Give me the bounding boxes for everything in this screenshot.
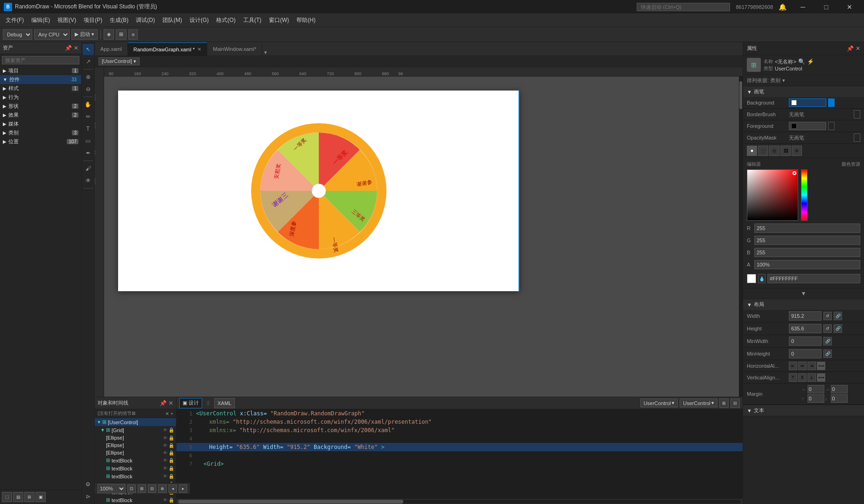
maximize-button[interactable]: □ (815, 0, 837, 14)
tool-paint[interactable]: 🖌 (83, 163, 94, 174)
minwidth-input[interactable] (789, 336, 822, 346)
menu-debug[interactable]: 调试(D) (132, 14, 159, 26)
canvas-scroll[interactable]: 一等奖 谢谢参 三等奖 一等奖 深度参 谢谢三 安慰奖 一等奖 (104, 77, 743, 397)
tab-randomdraw[interactable]: RandomDrawGraph.xaml * ✕ (128, 42, 207, 56)
obj-item-ellipse1[interactable]: [Ellipse] 👁 🔒 (95, 434, 176, 441)
valign-bottom-btn[interactable]: ⇣ (808, 373, 816, 382)
tool-text[interactable]: T (83, 123, 94, 134)
zoom-fit-btn[interactable]: ⊡ (127, 484, 136, 493)
asset-item-styles[interactable]: ▶ 样式 1 (0, 84, 81, 93)
zoom-grid-btn[interactable]: ⊞ (138, 484, 146, 493)
obj-lock-icon[interactable]: 🔒 (169, 427, 174, 433)
toolbox-btn-2[interactable]: ▤ (13, 492, 23, 502)
prop-flash-icon[interactable]: ⚡ (807, 58, 814, 65)
tool-zoom-out[interactable]: ⊖ (83, 84, 94, 95)
brush-linear-btn[interactable]: ⬚ (758, 146, 768, 156)
prop-close-icon[interactable]: ✕ (856, 45, 860, 52)
minwidth-link-btn[interactable]: 🔗 (823, 337, 832, 345)
minheight-input[interactable] (789, 349, 822, 358)
tool-select[interactable]: ↖ (83, 44, 94, 55)
height-input[interactable] (789, 324, 822, 333)
v-scrollbar-thumb[interactable] (739, 81, 742, 109)
close-button[interactable]: ✕ (839, 0, 860, 14)
start-button[interactable]: ▶ 启动 ▾ (71, 29, 98, 40)
obj-lock-icon-4[interactable]: 🔒 (169, 450, 174, 455)
debug-config-select[interactable]: Debug (3, 29, 32, 40)
minheight-link-btn[interactable]: 🔗 (823, 350, 832, 358)
borderbush-picker-btn[interactable] (854, 110, 860, 119)
obj-item-textblock3[interactable]: ⊞ textBlock 👁 🔒 (95, 472, 176, 480)
menu-build[interactable]: 生成(B) (106, 14, 132, 26)
obj-item-ellipse3[interactable]: [Ellipse] 👁 🔒 (95, 449, 176, 456)
opacitymask-picker-btn[interactable] (854, 133, 860, 142)
toolbox-btn-1[interactable]: ⬚ (2, 492, 12, 502)
background-color-input[interactable] (789, 98, 826, 107)
halign-left-btn[interactable]: ⇤ (789, 362, 797, 370)
timeline-pin-icon[interactable]: 📌 (160, 400, 167, 406)
toolbox-btn-4[interactable]: ▣ (35, 492, 46, 502)
asset-item-behavior[interactable]: ▶ 行为 (0, 93, 81, 102)
asset-item-media[interactable]: ▶ 媒体 (0, 119, 81, 128)
brush-solid-btn[interactable]: ■ (747, 146, 757, 156)
brush-none-btn[interactable]: ⊘ (792, 146, 802, 156)
search-input[interactable] (2, 56, 79, 64)
xaml-scrollbar[interactable] (176, 498, 743, 504)
brush-image-btn[interactable]: 🖼 (780, 146, 791, 156)
tool-eye[interactable]: 👁 (83, 175, 94, 186)
asset-item-project[interactable]: ▶ 项目 1 (0, 66, 81, 75)
zoom-snap-btn[interactable]: ⊟ (148, 484, 156, 493)
xaml-scroll-thumb[interactable] (178, 500, 403, 504)
width-input[interactable] (789, 311, 822, 321)
tool-direct-select[interactable]: ↗ (83, 56, 94, 67)
assets-pin-icon[interactable]: 📌 (65, 45, 72, 51)
wheel-chart[interactable]: 一等奖 谢谢参 三等奖 一等奖 深度参 谢谢三 安慰奖 一等奖 (249, 121, 389, 261)
valign-stretch-btn[interactable]: ⟺ (817, 373, 825, 382)
zoom-select[interactable]: 100% (98, 484, 126, 493)
fg-color-input[interactable] (789, 122, 826, 130)
halign-stretch-btn[interactable]: ⟺ (817, 362, 825, 370)
obj-eye-icon-3[interactable]: 👁 (163, 443, 168, 448)
obj-lock-icon-3[interactable]: 🔒 (169, 443, 174, 448)
halign-center-btn[interactable]: ⇔ (798, 362, 807, 370)
margin-top-input[interactable] (808, 394, 824, 403)
tab-app-xaml[interactable]: App.xaml (95, 42, 128, 56)
tool-btn-2[interactable]: ⊞ (116, 29, 126, 40)
obj-lock-icon-5[interactable]: 🔒 (169, 458, 174, 463)
tab-close-icon[interactable]: ✕ (197, 47, 201, 52)
obj-item-ellipse2[interactable]: [Ellipse] 👁 🔒 (95, 441, 176, 449)
asset-item-shapes[interactable]: ▶ 形状 2 (0, 102, 81, 111)
asset-item-position[interactable]: ▶ 位置 107 (0, 137, 81, 146)
prop-search-icon[interactable]: 🔍 (798, 58, 805, 65)
obj-lock-icon-2[interactable]: 🔒 (169, 435, 174, 441)
obj-item-grid[interactable]: ▼ ⊞ [Grid] 👁 🔒 (95, 426, 176, 434)
menu-edit[interactable]: 编辑(E) (28, 14, 54, 26)
sort-arrow[interactable]: ▾ (782, 77, 785, 84)
zoom-prev-btn[interactable]: ◂ (169, 484, 177, 493)
obj-eye-icon-10[interactable]: 👁 (163, 497, 168, 503)
asset-item-category[interactable]: ▶ 类别 3 (0, 128, 81, 137)
text-section-header[interactable]: ▼ 文本 (743, 405, 864, 416)
assets-close-icon[interactable]: ✕ (74, 45, 78, 51)
valign-top-btn[interactable]: ⇡ (789, 373, 797, 382)
menu-view[interactable]: 视图(V) (54, 14, 80, 26)
design-tab-btn[interactable]: ▣ 设计 (179, 398, 202, 408)
menu-window[interactable]: 窗口(W) (265, 14, 293, 26)
color-spectrum[interactable] (801, 169, 808, 221)
obj-item-usercontrol[interactable]: ▼ ⊞ [UserControl] (95, 418, 176, 426)
r-input[interactable] (754, 224, 860, 233)
tool-btn-3[interactable]: ≡ (128, 29, 138, 40)
fg-picker-btn[interactable] (828, 122, 835, 130)
xaml-tab-btn[interactable]: XAML (214, 398, 235, 408)
menu-project[interactable]: 项目(P) (80, 14, 106, 26)
obj-eye-icon-7[interactable]: 👁 (163, 474, 168, 479)
margin-left-input[interactable] (808, 385, 824, 393)
platform-select[interactable]: Any CPU (34, 29, 70, 40)
tool-settings[interactable]: ⚙ (83, 479, 94, 490)
obj-lock-icon-10[interactable]: 🔒 (169, 497, 174, 503)
tab-dropdown-btn[interactable]: ▾ (264, 49, 267, 56)
width-reset-btn[interactable]: ↺ (823, 312, 832, 320)
tool-pen[interactable]: ✒ (83, 147, 94, 159)
obj-lock-icon-6[interactable]: 🔒 (169, 466, 174, 471)
height-link-btn[interactable]: 🔗 (834, 324, 842, 333)
layout-section-header[interactable]: ▼ 布局 (743, 299, 864, 310)
